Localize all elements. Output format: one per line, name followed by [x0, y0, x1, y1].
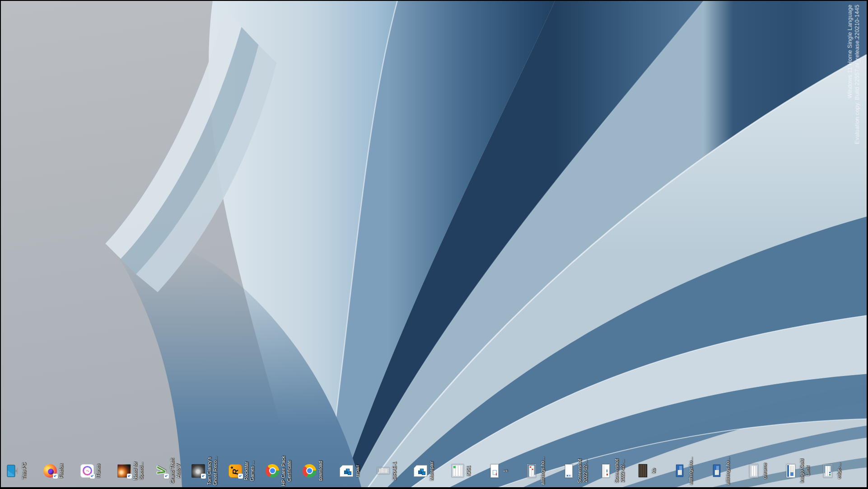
icon-label: allthings.ho...: [540, 455, 546, 487]
icon-label: 1: [503, 455, 509, 487]
docred-icon: [524, 455, 539, 487]
edge-icon-art: [823, 464, 832, 478]
thispc-icon: [5, 455, 21, 487]
icon-label: kb: [651, 455, 657, 487]
desktop-icon-need-for-speed-3[interactable]: ↖Need for Speed...: [117, 455, 153, 487]
desktop[interactable]: Windows 11 Home Single Language Evaluati…: [1, 1, 867, 487]
it-icon-art: ♪↖: [80, 464, 94, 478]
icon-label: Need for Speed...: [132, 455, 144, 487]
shortcut-arrow-icon: ↖: [53, 474, 58, 479]
msi-icon: [339, 455, 354, 487]
it-icon: ♪↖: [79, 455, 95, 487]
desktop-icon-msirepair-11[interactable]: Msirepair: [413, 455, 449, 487]
shortcut-arrow-icon: ↖: [238, 474, 243, 479]
nfs-icon: ↖: [117, 455, 132, 487]
edge-icon: [820, 455, 835, 487]
shot1-icon: [561, 455, 576, 487]
desktop-icon-sirae-1-10[interactable]: SIRAE-1: [376, 455, 412, 487]
desktop-icon-allthings-ho-19[interactable]: allthings.ho...: [709, 455, 745, 487]
icon-label: iTunes: [95, 455, 101, 487]
rs-icon-art: R★↖: [229, 464, 242, 478]
shortcut-arrow-icon: ↖: [90, 474, 95, 479]
icon-label: Grand Theft Auto V: [169, 455, 181, 487]
desktop-icon-screenshot-2022-02-15[interactable]: Screenshot 2022-02-...: [561, 455, 597, 487]
desktop-icon-this-pc-0[interactable]: This PC: [5, 455, 42, 487]
icon-label: allthings.ho...: [688, 455, 694, 487]
chrome-icon: [302, 455, 317, 487]
tc-icon-art: ↖: [191, 464, 205, 478]
shot1-icon-art: [565, 464, 573, 478]
icon-label: Screenshot 2022-02-...: [577, 455, 588, 487]
icon-label: iOS1: [466, 455, 471, 487]
icon-label: edge-...: [836, 455, 842, 487]
icon-label: chrome: [762, 455, 768, 487]
desktop-icon-rockstar-games-6[interactable]: R★↖Rockstar Games ...: [228, 455, 264, 487]
gtav-icon: V↖: [154, 455, 169, 487]
desktop-icon-download-8[interactable]: download: [302, 455, 338, 487]
wallpaper: [1, 1, 867, 487]
nfs-icon-art: ↖: [117, 464, 131, 478]
docred-icon-art: [527, 464, 536, 478]
icon-label: Indigo Gold Limit: [799, 455, 811, 487]
thispc-icon-art: [6, 464, 21, 478]
rs-icon: R★↖: [228, 455, 243, 487]
desktop-icon-allthings-ho-18[interactable]: allthings.ho...: [672, 455, 708, 487]
txt-icon: [376, 455, 391, 487]
fx-icon-art: ↖: [43, 464, 57, 478]
one-icon: [487, 455, 502, 487]
shortcut-arrow-icon: ↖: [201, 474, 206, 479]
shot2-icon-art: [602, 464, 610, 478]
desktop-icon-screenshot-2022-02-16[interactable]: Screenshot 2022-02-...: [598, 455, 634, 487]
atblue-icon: [672, 455, 687, 487]
icon-label: HP Care Pack Certificate: [280, 455, 292, 487]
desktop-icon-ios1-12[interactable]: iOS1: [450, 455, 486, 487]
atblue-icon: [709, 455, 724, 487]
kb-icon: [635, 455, 650, 487]
shot2-icon: [598, 455, 613, 487]
icon-label: repair: [355, 455, 360, 487]
indigo-icon-art: [786, 464, 795, 478]
doc-icon-art: [749, 464, 758, 478]
desktop-icon-itunes-2[interactable]: ♪↖iTunes: [79, 455, 116, 487]
chrome-icon-art: [266, 464, 279, 478]
icon-label: SIRAE-1: [392, 455, 397, 487]
ios-icon: [450, 455, 465, 487]
shortcut-arrow-icon: ↖: [127, 474, 132, 479]
icon-label: Screenshot 2022-02-...: [614, 455, 625, 487]
ios-icon-art: [452, 465, 464, 478]
txt-icon-art: [377, 468, 390, 475]
kb-icon-art: [639, 465, 647, 478]
atblue-icon-art: [676, 465, 683, 477]
desktop-icon-chrome-20[interactable]: chrome: [746, 455, 782, 487]
atblue-icon-art: [713, 465, 720, 477]
icon-label: Rockstar Games ...: [243, 455, 255, 487]
icon-label: Firefox: [58, 455, 64, 487]
icon-label: Msirepair: [429, 455, 434, 487]
one-icon-art: [490, 464, 499, 478]
desktop-icon-kb-17[interactable]: kb: [635, 455, 671, 487]
desktop-icon-firefox-1[interactable]: ↖Firefox: [42, 455, 79, 487]
icon-label: allthings.ho...: [725, 455, 731, 487]
msi-icon-art: [340, 465, 353, 477]
desktop-icon-repair-9[interactable]: repair: [339, 455, 375, 487]
tc-icon: ↖: [191, 455, 206, 487]
fx-icon: ↖: [42, 455, 58, 487]
desktop-icon-allthings-ho-14[interactable]: allthings.ho...: [524, 455, 560, 487]
icon-label: download: [317, 455, 323, 487]
desktop-icon-grand-theft-auto-v-4[interactable]: V↖Grand Theft Auto V: [154, 455, 190, 487]
doc-icon: [746, 455, 761, 487]
gtav-icon-art: V↖: [154, 464, 168, 478]
desktop-icon-edge-22[interactable]: edge-...: [820, 455, 856, 487]
desktop-icon-tom-clancy-s-ghost-reco-5[interactable]: ↖Tom Clancy's Ghost Reco...: [191, 455, 227, 487]
chrome-icon-art: [303, 464, 316, 478]
msi-icon-art: [414, 465, 427, 477]
msi-icon: [413, 455, 428, 487]
shortcut-arrow-icon: ↖: [164, 474, 169, 479]
chrome-icon: [265, 455, 280, 487]
desktop-icon-hp-care-pack-certificate-7[interactable]: HP Care Pack Certificate: [265, 455, 301, 487]
desktop-icon-indigo-gold-limit-21[interactable]: Indigo Gold Limit: [783, 455, 819, 487]
icon-label: Tom Clancy's Ghost Reco...: [206, 455, 218, 487]
desktop-icon-1-13[interactable]: 1: [487, 455, 523, 487]
indigo-icon: [783, 455, 798, 487]
icon-label: This PC: [21, 455, 27, 487]
